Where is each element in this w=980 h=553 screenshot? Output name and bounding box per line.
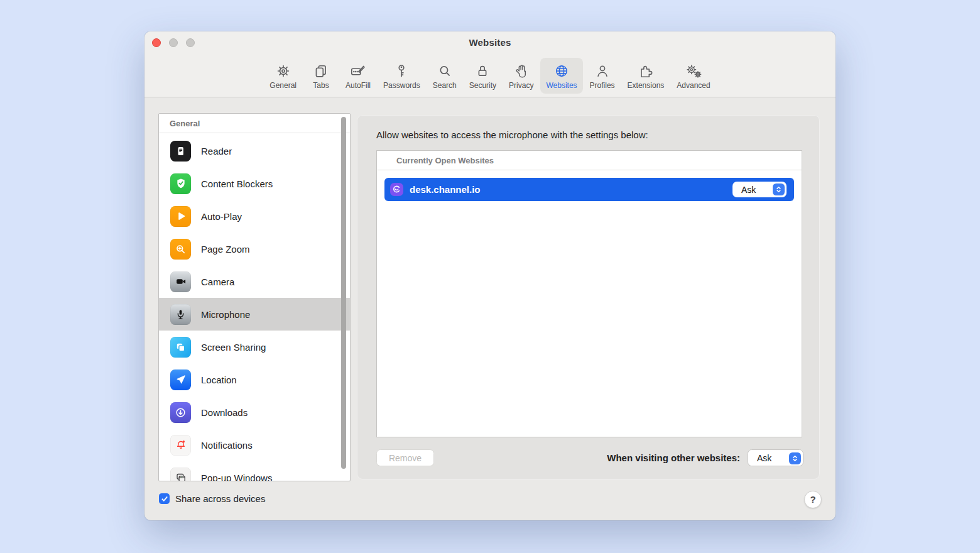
sidebar-item-label: Auto-Play — [201, 211, 242, 222]
tab-extensions[interactable]: Extensions — [622, 58, 670, 94]
preferences-window: Websites GeneralTabsAutoFillPasswordsSea… — [144, 31, 836, 520]
tab-label: Security — [469, 81, 496, 90]
sidebar: General ReaderContent BlockersAuto-PlayP… — [158, 113, 351, 481]
tab-label: Extensions — [628, 81, 665, 90]
tabs-icon — [313, 62, 329, 79]
tab-label: Privacy — [509, 81, 533, 90]
sidebar-item-notifications[interactable]: Notifications — [159, 429, 350, 461]
sidebar-header: General — [159, 114, 350, 133]
sidebar-item-location[interactable]: Location — [159, 363, 350, 396]
puzzle-icon — [638, 62, 654, 79]
sidebar-item-label: Page Zoom — [201, 244, 250, 255]
sidebar-item-reader[interactable]: Reader — [159, 134, 350, 167]
stepper-icon — [789, 452, 801, 464]
hand-icon — [513, 62, 530, 79]
sidebar-item-content-blockers[interactable]: Content Blockers — [159, 167, 350, 200]
tab-label: Passwords — [383, 81, 420, 90]
tab-autofill[interactable]: AutoFill — [340, 58, 376, 94]
tab-label: AutoFill — [346, 81, 371, 90]
play-icon — [170, 206, 191, 227]
sidebar-item-pop-up-windows[interactable]: Pop-up Windows — [159, 461, 350, 481]
tab-general[interactable]: General — [264, 58, 302, 94]
checkmark-icon — [161, 495, 168, 503]
select-value: Ask — [732, 185, 756, 195]
microphone-panel: Allow websites to access the microphone … — [357, 115, 820, 479]
tab-label: Tabs — [313, 81, 329, 90]
tab-profiles[interactable]: Profiles — [584, 58, 621, 94]
tab-security[interactable]: Security — [464, 58, 502, 94]
sidebar-item-label: Pop-up Windows — [201, 473, 272, 482]
sidebar-item-label: Screen Sharing — [201, 342, 266, 353]
tab-advanced[interactable]: Advanced — [671, 58, 716, 94]
share-across-devices-checkbox[interactable] — [159, 493, 170, 504]
screen-sharing-icon — [170, 337, 191, 358]
sidebar-item-label: Location — [201, 375, 237, 385]
sidebar-item-screen-sharing[interactable]: Screen Sharing — [159, 331, 350, 363]
tab-label: Advanced — [677, 81, 710, 90]
table-header: Currently Open Websites — [377, 151, 802, 170]
search-icon — [437, 62, 453, 79]
window-title: Websites — [144, 37, 836, 48]
tab-label: Profiles — [590, 81, 615, 90]
tab-passwords[interactable]: Passwords — [378, 58, 426, 94]
sidebar-item-microphone[interactable]: Microphone — [159, 298, 350, 331]
sidebar-list: ReaderContent BlockersAuto-PlayPage Zoom… — [159, 133, 350, 481]
website-row[interactable]: desk.channel.ioAsk — [384, 178, 794, 201]
table-rows: desk.channel.ioAsk — [377, 178, 802, 201]
location-arrow-icon — [170, 370, 191, 390]
gear-icon — [275, 62, 291, 79]
bell-icon — [170, 435, 191, 456]
select-value: Ask — [748, 453, 771, 463]
sidebar-item-camera[interactable]: Camera — [159, 265, 350, 298]
sidebar-item-page-zoom[interactable]: Page Zoom — [159, 233, 350, 265]
person-icon — [594, 62, 611, 79]
websites-table: Currently Open Websites desk.channel.ioA… — [376, 150, 802, 437]
site-name: desk.channel.io — [410, 184, 726, 195]
stepper-icon — [773, 183, 785, 195]
tab-label: Search — [433, 81, 457, 90]
sidebar-item-label: Reader — [201, 146, 232, 156]
reader-icon — [170, 141, 191, 162]
toolbar-tabs: GeneralTabsAutoFillPasswordsSearchSecuri… — [144, 58, 836, 94]
sidebar-item-label: Camera — [201, 276, 234, 287]
download-circle-icon — [170, 402, 191, 423]
sidebar-item-label: Microphone — [201, 309, 250, 320]
sidebar-item-label: Notifications — [201, 440, 253, 451]
sidebar-item-downloads[interactable]: Downloads — [159, 396, 350, 429]
autofill-icon — [349, 62, 367, 79]
tab-label: Websites — [546, 81, 577, 90]
sidebar-item-auto-play[interactable]: Auto-Play — [159, 200, 350, 233]
panel-instruction: Allow websites to access the microphone … — [376, 129, 648, 140]
lock-icon — [474, 62, 491, 79]
tab-tabs[interactable]: Tabs — [303, 58, 339, 94]
titlebar: Websites GeneralTabsAutoFillPasswordsSea… — [144, 31, 836, 97]
microphone-icon — [170, 304, 191, 325]
magnifier-plus-icon — [170, 239, 191, 260]
other-websites-label: When visiting other websites: — [607, 452, 740, 463]
tab-search[interactable]: Search — [427, 58, 462, 94]
permission-select[interactable]: Ask — [732, 182, 787, 197]
content-area: General ReaderContent BlockersAuto-PlayP… — [144, 97, 836, 520]
other-websites-select[interactable]: Ask — [748, 449, 803, 466]
sidebar-item-label: Downloads — [201, 407, 248, 418]
key-icon — [393, 62, 410, 79]
sidebar-scrollbar[interactable] — [341, 117, 346, 469]
globe-icon — [553, 62, 570, 79]
shield-check-icon — [170, 173, 191, 194]
tab-privacy[interactable]: Privacy — [503, 58, 539, 94]
share-across-devices-label: Share across devices — [175, 493, 265, 504]
gears-icon — [684, 62, 703, 79]
remove-button[interactable]: Remove — [376, 449, 434, 466]
help-button[interactable]: ? — [804, 491, 822, 508]
sidebar-item-label: Content Blockers — [201, 178, 273, 189]
channel-logo-icon — [390, 183, 403, 196]
tab-websites[interactable]: Websites — [540, 58, 582, 94]
popup-windows-icon — [170, 468, 191, 482]
tab-label: General — [270, 81, 297, 90]
camera-icon — [170, 271, 191, 292]
